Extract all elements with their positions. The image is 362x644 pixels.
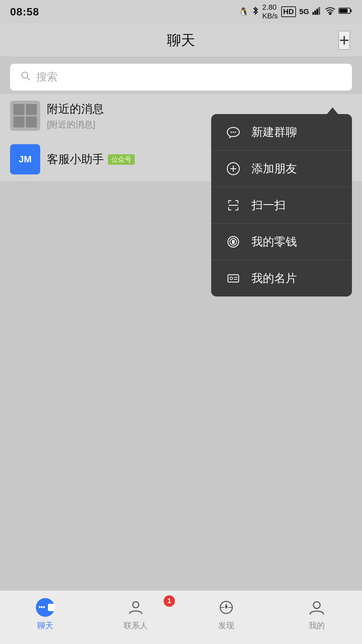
contacts-nav-label: 联系人	[124, 620, 148, 631]
svg-point-27	[43, 606, 45, 608]
me-nav-label: 我的	[309, 620, 325, 631]
svg-point-25	[39, 606, 41, 608]
plus-button[interactable]: +	[339, 31, 350, 50]
menu-item-scan[interactable]: 扫一扫	[211, 187, 352, 224]
discover-nav-label: 发现	[218, 620, 234, 631]
contacts-badge: 1	[164, 595, 175, 607]
svg-point-8	[22, 72, 28, 78]
page-title: 聊天	[167, 31, 195, 50]
svg-rect-20	[228, 275, 239, 282]
chat-bubble-icon	[225, 123, 242, 141]
svg-point-21	[230, 277, 233, 280]
svg-rect-1	[314, 10, 316, 15]
signal-text: 2.80KB/s	[262, 3, 278, 20]
menu-item-add-friend[interactable]: 添加朋友	[211, 151, 352, 187]
dropdown-menu: 新建群聊 添加朋友	[211, 114, 352, 297]
coin-icon: ¥	[225, 233, 242, 251]
svg-rect-7	[340, 9, 348, 13]
svg-rect-2	[316, 9, 318, 15]
discover-nav-icon	[216, 597, 236, 618]
bottom-nav: 聊天 1 联系人 发现	[0, 590, 362, 644]
svg-point-31	[225, 606, 227, 608]
svg-point-34	[313, 602, 320, 608]
search-icon	[20, 70, 31, 84]
plus-circle-icon	[225, 160, 242, 177]
card-icon	[225, 270, 242, 287]
svg-rect-3	[318, 7, 320, 15]
svg-point-10	[231, 131, 232, 133]
header: 聊天 +	[0, 23, 362, 57]
svg-point-28	[133, 602, 139, 608]
svg-point-26	[41, 606, 43, 608]
status-time: 08:58	[10, 6, 39, 18]
public-account-badge: 公众号	[108, 154, 135, 165]
hd-icon: HD	[281, 6, 296, 17]
nav-item-discover[interactable]: 发现	[181, 597, 272, 631]
chat-nav-label: 聊天	[37, 620, 53, 631]
chat-nav-icon	[35, 597, 55, 618]
status-bar: 08:58 🐧 2.80KB/s HD 5G	[0, 0, 362, 23]
nav-item-chat[interactable]: 聊天	[0, 597, 90, 631]
menu-label-add-friend: 添加朋友	[251, 161, 297, 176]
5g-icon: 5G	[299, 7, 309, 16]
me-nav-icon	[307, 597, 327, 618]
avatar: JM	[10, 144, 40, 174]
menu-label-new-group: 新建群聊	[251, 124, 297, 140]
search-bar[interactable]: 搜索	[10, 64, 352, 91]
menu-item-card[interactable]: 我的名片	[211, 260, 352, 297]
menu-label-wallet: 我的零钱	[251, 234, 297, 250]
menu-label-card: 我的名片	[251, 271, 297, 286]
menu-label-scan: 扫一扫	[251, 198, 286, 213]
scan-icon	[225, 197, 242, 214]
svg-text:¥: ¥	[232, 240, 235, 245]
bluetooth-icon	[252, 6, 259, 17]
signal-bars	[312, 7, 322, 17]
svg-rect-0	[312, 12, 314, 15]
svg-point-12	[235, 131, 236, 133]
svg-marker-30	[225, 603, 228, 607]
dropdown-arrow	[326, 107, 339, 115]
svg-rect-6	[350, 9, 352, 12]
svg-point-11	[233, 131, 234, 133]
nav-item-contacts[interactable]: 1 联系人	[90, 597, 181, 631]
status-icons: 🐧 2.80KB/s HD 5G	[239, 3, 352, 20]
svg-point-4	[329, 13, 331, 15]
avatar	[10, 101, 40, 131]
svg-line-9	[27, 77, 30, 80]
nav-item-me[interactable]: 我的	[272, 597, 362, 631]
contacts-nav-icon	[126, 597, 146, 618]
wifi-icon	[325, 7, 335, 17]
search-placeholder: 搜索	[36, 70, 58, 85]
menu-item-wallet[interactable]: ¥ 我的零钱	[211, 224, 352, 260]
menu-item-new-group[interactable]: 新建群聊	[211, 114, 352, 151]
wechat-icon: 🐧	[239, 7, 249, 16]
battery-icon	[339, 7, 352, 16]
